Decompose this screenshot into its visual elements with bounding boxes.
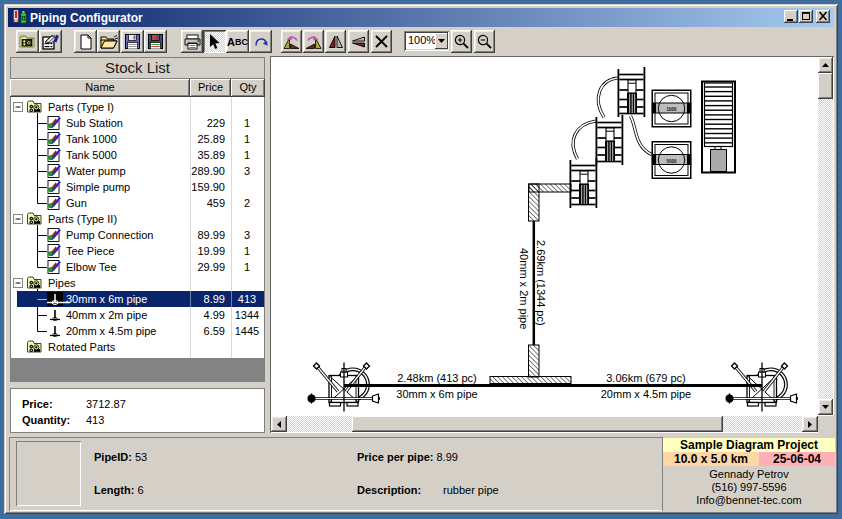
svg-text:30mm x 6m pipe: 30mm x 6m pipe xyxy=(396,388,477,400)
svg-text:2.48km (413 pc): 2.48km (413 pc) xyxy=(397,372,476,384)
svg-text:40mm x 2m pipe: 40mm x 2m pipe xyxy=(518,248,530,329)
svg-text:1000: 1000 xyxy=(666,107,677,112)
svg-text:3.06km (679 pc): 3.06km (679 pc) xyxy=(606,372,685,384)
svg-text:5000: 5000 xyxy=(666,159,677,164)
svg-text:20mm x 4.5m pipe: 20mm x 4.5m pipe xyxy=(601,388,691,400)
svg-text:2.69km (1344 pc): 2.69km (1344 pc) xyxy=(535,240,547,326)
